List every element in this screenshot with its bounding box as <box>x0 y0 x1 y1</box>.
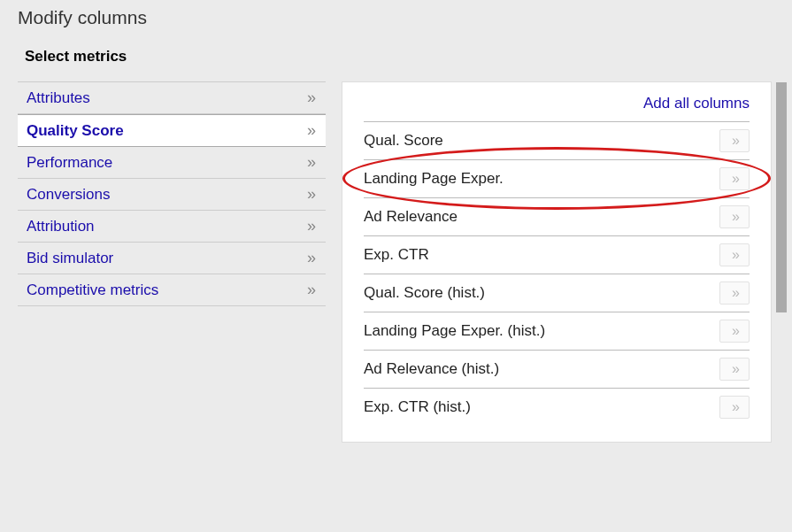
sidebar-item-attributes[interactable]: Attributes» <box>18 81 326 114</box>
chevron-right-icon: » <box>307 249 313 267</box>
add-metric-button[interactable]: » <box>719 358 750 381</box>
sidebar-item-label: Attribution <box>27 218 95 235</box>
add-metric-button[interactable]: » <box>719 320 750 343</box>
metrics-panel: Add all columns Qual. Score»Landing Page… <box>342 81 772 443</box>
sidebar-item-competitive-metrics[interactable]: Competitive metrics» <box>18 274 326 306</box>
metrics-category-sidebar: Attributes»Quality Score»Performance»Con… <box>18 81 326 306</box>
add-metric-button[interactable]: » <box>719 129 750 152</box>
chevron-right-icon: » <box>307 281 313 299</box>
metric-label: Landing Page Exper. <box>364 170 504 188</box>
sidebar-item-attribution[interactable]: Attribution» <box>18 211 326 243</box>
add-metric-button[interactable]: » <box>719 396 750 419</box>
metric-label: Ad Relevance (hist.) <box>364 360 499 378</box>
sidebar-item-label: Performance <box>27 154 112 172</box>
sidebar-item-quality-score[interactable]: Quality Score» <box>18 114 326 147</box>
add-metric-button[interactable]: » <box>719 281 750 305</box>
metric-row: Ad Relevance» <box>364 197 750 235</box>
add-metric-button[interactable]: » <box>719 167 750 190</box>
sidebar-item-label: Attributes <box>27 89 90 107</box>
sidebar-item-bid-simulator[interactable]: Bid simulator» <box>18 243 326 274</box>
metric-row: Exp. CTR (hist.)» <box>364 388 750 426</box>
metric-row: Ad Relevance (hist.)» <box>364 350 750 388</box>
chevron-right-icon: » <box>307 185 313 204</box>
sidebar-item-label: Competitive metrics <box>27 281 158 299</box>
sidebar-item-performance[interactable]: Performance» <box>18 147 326 179</box>
metric-label: Landing Page Exper. (hist.) <box>364 322 545 340</box>
chevron-right-icon: » <box>307 121 313 140</box>
add-metric-button[interactable]: » <box>719 243 750 266</box>
metric-label: Exp. CTR (hist.) <box>364 398 471 416</box>
metric-row: Landing Page Exper. (hist.)» <box>364 312 750 350</box>
metric-label: Ad Relevance <box>364 208 458 226</box>
metric-row: Landing Page Exper.» <box>364 159 750 197</box>
section-title: Select metrics <box>25 48 792 66</box>
chevron-right-icon: » <box>307 89 313 107</box>
metric-row: Qual. Score» <box>364 121 750 159</box>
metric-label: Qual. Score <box>364 132 443 150</box>
metric-row: Exp. CTR» <box>364 235 750 274</box>
add-metric-button[interactable]: » <box>719 205 750 228</box>
metric-label: Exp. CTR <box>364 246 429 264</box>
scrollbar-thumb[interactable] <box>776 82 787 312</box>
chevron-right-icon: » <box>307 217 313 235</box>
add-all-columns-link[interactable]: Add all columns <box>643 95 750 112</box>
metric-label: Qual. Score (hist.) <box>364 284 485 302</box>
chevron-right-icon: » <box>307 153 313 172</box>
page-title: Modify columns <box>18 7 792 28</box>
sidebar-item-label: Conversions <box>27 186 111 204</box>
sidebar-item-label: Bid simulator <box>27 250 113 267</box>
sidebar-item-conversions[interactable]: Conversions» <box>18 179 326 211</box>
metric-row: Qual. Score (hist.)» <box>364 274 750 312</box>
sidebar-item-label: Quality Score <box>27 122 124 140</box>
